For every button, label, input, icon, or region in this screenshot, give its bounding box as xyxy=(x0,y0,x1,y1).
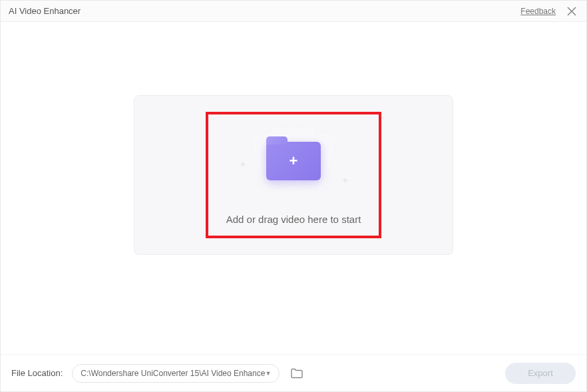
close-icon xyxy=(567,7,576,16)
folder-icon xyxy=(291,368,303,379)
close-button[interactable] xyxy=(565,5,578,18)
dropzone-graphic: ✦ ✦ + xyxy=(234,124,353,198)
dropzone-panel: ✦ ✦ + Add or drag video here to start xyxy=(134,95,453,255)
open-folder-button[interactable] xyxy=(289,365,305,381)
sparkle-icon: ✦ xyxy=(239,159,247,170)
file-location-dropdown[interactable]: C:\Wondershare UniConverter 15\AI Video … xyxy=(72,364,280,383)
footer-bar: File Location: C:\Wondershare UniConvert… xyxy=(1,354,586,391)
file-location-label: File Location: xyxy=(11,368,63,378)
file-location-path: C:\Wondershare UniConverter 15\AI Video … xyxy=(81,369,265,378)
main-content: ✦ ✦ + Add or drag video here to start xyxy=(1,22,586,354)
add-video-dropzone[interactable]: ✦ ✦ + Add or drag video here to start xyxy=(206,112,381,238)
header-actions: Feedback xyxy=(520,5,578,18)
sparkle-icon: ✦ xyxy=(341,175,349,186)
app-title: AI Video Enhancer xyxy=(9,6,81,16)
dropzone-instruction: Add or drag video here to start xyxy=(226,214,361,225)
folder-plus-icon: + xyxy=(266,142,321,180)
title-bar: AI Video Enhancer Feedback xyxy=(1,1,586,22)
plus-icon: + xyxy=(290,154,298,168)
chevron-down-icon: ▼ xyxy=(265,370,271,377)
feedback-link[interactable]: Feedback xyxy=(520,7,556,16)
export-button[interactable]: Export xyxy=(505,363,576,384)
